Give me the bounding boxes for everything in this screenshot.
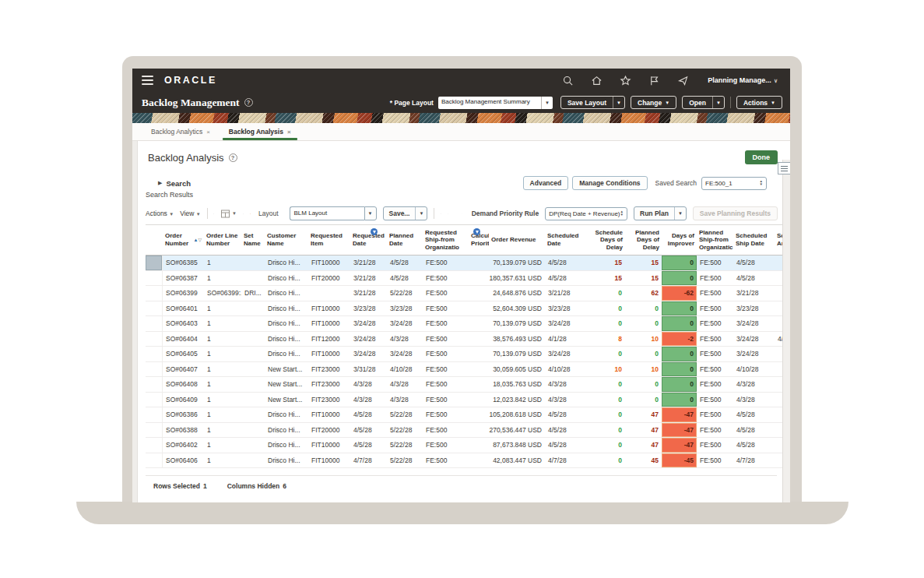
cell-requested-date[interactable]: 4/5/28 [350,438,387,453]
table-row[interactable]: SO#06401 1 Drisco Hi... FIT10000 3/23/28… [146,301,782,317]
cell-set-name[interactable] [241,362,265,377]
table-row[interactable]: SO#06407 1 New Start... FIT23000 3/31/28… [146,362,782,378]
cell-requested-item[interactable]: FIT23000 [308,377,350,392]
header-planned-date[interactable]: Planned Date [387,225,423,255]
cell-order-revenue[interactable]: 270,536.447 USD [489,423,545,438]
cell-set-name[interactable] [241,423,265,438]
cell-order-number[interactable]: SO#06399 [163,286,204,301]
cell-planned-date[interactable]: 5/22/28 [387,407,423,422]
cell-requested-ship-from-org[interactable]: FE:500 [423,301,469,316]
header-requested-date[interactable]: Requested Date [350,225,387,255]
cell-schedule-days-of-delay[interactable]: 0 [585,423,625,438]
home-icon[interactable] [591,75,603,86]
search-icon[interactable] [562,75,574,86]
cell-requested-item[interactable] [308,286,350,301]
cell-requested-ship-from-org[interactable]: FE:500 [423,377,469,392]
header-planned-ship-from-org[interactable]: Planned Ship-from Organizatic [697,225,733,255]
cell-planned-date[interactable]: 3/23/28 [387,301,423,316]
cell-order-line-number[interactable]: 1 [204,256,241,270]
cell-customer-name[interactable]: New Start... [265,393,308,407]
cell-days-of-improvement[interactable]: 0 [662,256,697,270]
cell-requested-ship-from-org[interactable]: FE:500 [423,316,469,331]
cell-customer-name[interactable]: Drisco Hi... [265,271,308,286]
cell-calculated-priority[interactable] [469,332,489,347]
cell-calculated-priority[interactable] [469,301,489,316]
cell-scheduled-arrival[interactable] [775,453,782,468]
cell-customer-name[interactable]: Drisco Hi... [265,453,308,468]
cell-scheduled-arrival[interactable] [775,393,782,407]
cell-planned-ship-from-org[interactable]: FE:500 [697,271,733,286]
cell-planned-days-of-delay[interactable]: 0 [625,377,662,392]
row-selector-cell[interactable] [146,423,163,438]
advanced-button[interactable]: Advanced [523,176,569,190]
cell-planned-days-of-delay[interactable]: 0 [625,393,662,407]
cell-scheduled-arrival[interactable] [775,286,782,301]
cell-planned-ship-from-org[interactable]: FE:500 [697,286,733,301]
cell-planned-ship-from-org[interactable]: FE:500 [697,407,733,422]
help-icon[interactable]: ? [244,98,253,107]
cell-days-of-improvement[interactable]: -2 [662,332,697,347]
cell-requested-item[interactable]: FIT10000 [308,316,350,331]
cell-order-line-number[interactable]: 1 [204,301,241,316]
cell-order-line-number[interactable]: 1 [204,347,241,361]
tab-backlog-analytics[interactable]: Backlog Analytics× [143,125,218,140]
cell-schedule-days-of-delay[interactable]: 0 [585,393,625,407]
cell-customer-name[interactable]: Drisco Hi... [265,407,308,422]
cell-order-revenue[interactable]: 105,208.618 USD [489,407,545,422]
cell-schedule-days-of-delay[interactable]: 0 [585,286,625,301]
cell-schedule-days-of-delay[interactable]: 0 [585,377,625,392]
cell-scheduled-arrival[interactable] [775,377,782,392]
cell-customer-name[interactable]: Drisco Hi... [265,423,308,438]
close-icon[interactable]: × [287,129,291,136]
cell-customer-name[interactable]: Drisco Hi... [265,438,308,453]
cell-requested-item[interactable]: FIT20000 [308,271,350,286]
menu-icon[interactable] [142,76,153,85]
cell-order-line-number[interactable]: 1 [204,393,241,407]
grid-view-menu[interactable]: View ▼ [180,210,201,217]
cell-requested-item[interactable]: FIT20000 [308,423,350,438]
cell-requested-date[interactable]: 3/31/28 [350,362,387,377]
cell-requested-ship-from-org[interactable]: FE:500 [423,286,469,301]
cell-order-revenue[interactable]: 52,604.309 USD [489,301,545,316]
cell-calculated-priority[interactable] [469,407,489,422]
cell-days-of-improvement[interactable]: -45 [662,453,697,468]
cell-calculated-priority[interactable] [469,286,489,301]
cell-scheduled-arrival[interactable] [775,256,782,270]
header-set-name[interactable]: Set Name [241,225,265,255]
row-selector-cell[interactable] [146,271,163,286]
done-button[interactable]: Done [745,150,778,164]
cell-calculated-priority[interactable] [469,271,489,286]
cell-days-of-improvement[interactable]: 0 [662,271,697,286]
cell-days-of-improvement[interactable]: 0 [662,316,697,331]
cell-scheduled-arrival[interactable] [775,347,782,361]
cell-requested-date[interactable]: 4/5/28 [350,423,387,438]
cell-order-line-number[interactable]: 1 [204,407,241,422]
cell-set-name[interactable] [241,271,265,286]
cell-calculated-priority[interactable] [469,377,489,392]
cell-scheduled-arrival[interactable] [775,362,782,377]
cell-order-revenue[interactable]: 70,139.079 USD [489,316,545,331]
cell-planned-ship-from-org[interactable]: FE:500 [697,362,733,377]
cell-planned-date[interactable]: 4/3/28 [387,377,423,392]
cell-scheduled-date[interactable]: 3/24/28 [545,347,585,361]
cell-schedule-days-of-delay[interactable]: 0 [585,347,625,361]
cell-requested-date[interactable]: 3/23/28 [350,301,387,316]
cell-set-name[interactable] [241,347,265,361]
cell-order-line-number[interactable]: 1 [204,453,241,468]
cell-scheduled-date[interactable]: 4/10/28 [545,362,585,377]
cell-planned-date[interactable]: 4/3/28 [387,332,423,347]
cell-order-number[interactable]: SO#06406 [163,453,204,468]
row-selector-cell[interactable] [146,301,163,316]
cell-planned-days-of-delay[interactable]: 47 [625,423,662,438]
cell-requested-item[interactable]: FIT10000 [308,453,350,468]
cell-days-of-improvement[interactable]: -62 [662,286,697,301]
cell-order-number[interactable]: SO#06387 [163,271,204,286]
table-row[interactable]: SO#06409 1 New Start... FIT23000 4/3/28 … [146,393,782,408]
cell-order-number[interactable]: SO#06404 [163,332,204,347]
cell-requested-item[interactable]: FIT10000 [308,407,350,422]
cell-order-revenue[interactable]: 12,023.842 USD [489,393,545,407]
cell-requested-ship-from-org[interactable]: FE:500 [423,271,469,286]
cell-scheduled-ship-date[interactable]: 3/21/28 [733,286,775,301]
cell-calculated-priority[interactable] [469,256,489,270]
cell-set-name[interactable] [241,256,265,270]
